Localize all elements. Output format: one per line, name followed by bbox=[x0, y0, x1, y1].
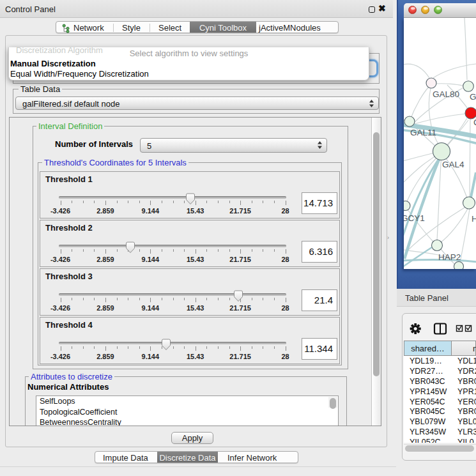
svg-text:HAP2: HAP2 bbox=[438, 252, 461, 262]
svg-text:G.: G. bbox=[470, 92, 476, 102]
svg-text:GAL4: GAL4 bbox=[442, 160, 464, 169]
svg-text:GAL80: GAL80 bbox=[433, 89, 459, 99]
svg-text:H: H bbox=[472, 214, 476, 224]
svg-text:C: C bbox=[473, 118, 476, 127]
svg-text:GCY1: GCY1 bbox=[404, 213, 425, 223]
svg-text:GAL11: GAL11 bbox=[410, 128, 436, 137]
